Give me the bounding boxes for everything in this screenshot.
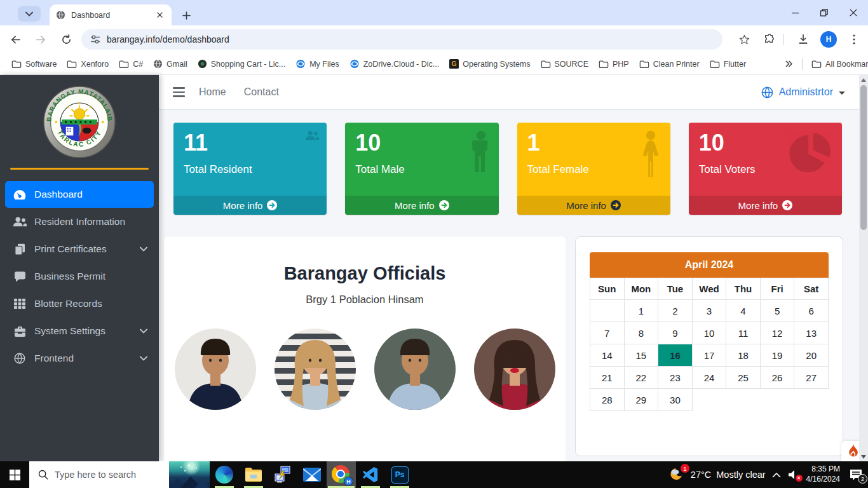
tab-close-icon[interactable] — [154, 10, 165, 20]
taskbar-edge-icon[interactable] — [210, 461, 239, 488]
calendar-day-17[interactable]: 17 — [692, 344, 726, 367]
taskbar-mail-icon[interactable] — [297, 461, 327, 488]
downloads-icon[interactable] — [793, 29, 813, 50]
bookmark-my-files[interactable]: My Files — [290, 57, 344, 71]
sidebar-item-print-certificates[interactable]: Print Certificates — [5, 236, 154, 262]
sidebar-item-system-settings[interactable]: System Settings — [5, 318, 154, 344]
calendar-day-15[interactable]: 15 — [624, 344, 658, 367]
profile-avatar[interactable]: H — [818, 29, 839, 50]
calendar-week-row: 123456 — [590, 300, 829, 322]
window-minimize-button[interactable] — [780, 0, 810, 25]
tab-search-button[interactable] — [18, 6, 41, 22]
bookmark-shopping-cart-lic[interactable]: Shopping Cart - Lic... — [193, 57, 290, 71]
address-bar[interactable]: barangay.info/demo/dashboard — [81, 29, 722, 50]
taskbar-photoshop-icon[interactable]: Ps — [385, 461, 414, 488]
back-button[interactable] — [5, 29, 25, 50]
sidebar-item-resident-information[interactable]: Resident Information — [5, 208, 154, 235]
bookmark-operating-systems[interactable]: GOperating Systems — [444, 57, 535, 71]
calendar-day-24[interactable]: 24 — [692, 367, 726, 389]
scrollbar-thumb[interactable] — [860, 85, 867, 230]
hamburger-menu-icon[interactable] — [173, 87, 185, 97]
bookmark-star-icon[interactable] — [734, 29, 754, 50]
taskbar-chrome-icon[interactable]: H — [327, 461, 356, 488]
calendar-day-13[interactable]: 13 — [794, 322, 829, 344]
calendar-day-5[interactable]: 5 — [760, 300, 794, 322]
calendar-day-3[interactable]: 3 — [692, 300, 726, 322]
calendar-day-21[interactable]: 21 — [590, 367, 625, 389]
sidebar-item-frontend[interactable]: Frontend — [5, 345, 154, 372]
calendar-day-9[interactable]: 9 — [658, 322, 693, 344]
notification-center-icon[interactable]: 2 — [849, 468, 863, 481]
calendar-day-7[interactable]: 7 — [590, 322, 625, 344]
calendar-day-29[interactable]: 29 — [624, 389, 658, 411]
search-input[interactable] — [55, 470, 163, 480]
calendar-day-25[interactable]: 25 — [726, 367, 761, 389]
more-info-link[interactable]: More info — [517, 196, 670, 215]
bookmark-source[interactable]: SOURCE — [536, 57, 593, 71]
new-tab-button[interactable] — [178, 7, 194, 24]
grid-icon — [11, 299, 28, 309]
calendar-day-11[interactable]: 11 — [726, 322, 761, 344]
bookmark-zodrive-cloud-dic[interactable]: ZoDrive.Cloud - Dic... — [344, 57, 444, 71]
sidebar-item-blotter-records[interactable]: Blotter Records — [5, 290, 154, 317]
tray-chevron-up-icon[interactable] — [772, 472, 781, 478]
scroll-down-arrow[interactable] — [859, 452, 868, 461]
calendar-day-28[interactable]: 28 — [590, 389, 625, 411]
calendar-day-6[interactable]: 6 — [794, 300, 829, 322]
more-info-link[interactable]: More info — [345, 196, 498, 215]
browser-tab-dashboard[interactable]: Dashboard — [50, 4, 172, 25]
page-scrollbar[interactable] — [859, 75, 868, 461]
bookmarks-overflow-chevron[interactable] — [780, 58, 798, 70]
user-dropdown[interactable]: Administrtor — [761, 86, 845, 98]
calendar-day-23[interactable]: 23 — [658, 367, 693, 389]
site-settings-icon[interactable] — [90, 34, 100, 44]
calendar-day-16[interactable]: 16 — [658, 344, 693, 367]
calendar-day-27[interactable]: 27 — [794, 367, 829, 389]
calendar-day-12[interactable]: 12 — [760, 322, 794, 344]
calendar-day-8[interactable]: 8 — [624, 322, 658, 344]
volume-muted-icon[interactable]: ✕ — [787, 469, 800, 480]
taskbar-rdp-icon[interactable] — [268, 461, 297, 488]
calendar-day-18[interactable]: 18 — [726, 344, 761, 367]
window-restore-button[interactable] — [810, 0, 839, 25]
calendar-day-4[interactable]: 4 — [726, 300, 761, 322]
calendar-day-30[interactable]: 30 — [658, 389, 693, 411]
bookmark-php[interactable]: PHP — [593, 57, 634, 71]
forward-button[interactable] — [31, 29, 51, 50]
calendar-day-10[interactable]: 10 — [692, 322, 726, 344]
taskbar-weather[interactable]: 1 27°C Mostly clear — [669, 466, 766, 483]
taskbar-file-explorer-icon[interactable] — [239, 461, 268, 488]
menu-dots-icon[interactable] — [844, 29, 864, 50]
nav-link-home[interactable]: Home — [199, 86, 226, 98]
all-bookmarks-button[interactable]: All Bookmarks — [806, 57, 868, 71]
more-info-link[interactable]: More info — [173, 196, 327, 215]
reload-button[interactable] — [56, 29, 76, 50]
calendar-day-2[interactable]: 2 — [658, 300, 693, 322]
bookmark-clean-printer[interactable]: Clean Printer — [634, 57, 705, 71]
scroll-up-arrow[interactable] — [859, 75, 868, 85]
search-promo-image[interactable] — [169, 461, 210, 488]
bookmark-xenforo[interactable]: Xenforo — [62, 57, 114, 71]
calendar-day-20[interactable]: 20 — [794, 344, 829, 367]
bookmark-gmail[interactable]: Gmail — [148, 57, 193, 71]
calendar-day-26[interactable]: 26 — [760, 367, 794, 389]
extensions-icon[interactable] — [759, 29, 780, 50]
calendar-day-1[interactable]: 1 — [624, 300, 658, 322]
bookmark-flutter[interactable]: Flutter — [705, 57, 751, 71]
nav-link-contact[interactable]: Contact — [244, 86, 279, 98]
window-close-button[interactable] — [839, 0, 868, 25]
weather-alert-badge: 1 — [681, 464, 689, 473]
sidebar-item-dashboard[interactable]: Dashboard — [5, 181, 154, 208]
bookmark-c[interactable]: C# — [114, 57, 148, 71]
calendar-day-14[interactable]: 14 — [590, 344, 625, 367]
calendar-blank-cell — [590, 300, 625, 322]
calendar-day-22[interactable]: 22 — [624, 367, 658, 389]
bookmark-software[interactable]: Software — [6, 57, 62, 71]
taskbar-clock[interactable]: 8:35 PM 4/16/2024 — [806, 464, 840, 484]
taskbar-search[interactable] — [29, 461, 210, 488]
more-info-link[interactable]: More info — [689, 196, 842, 215]
start-button[interactable] — [0, 461, 29, 488]
calendar-day-19[interactable]: 19 — [760, 344, 794, 367]
taskbar-vscode-icon[interactable] — [356, 461, 385, 488]
sidebar-item-business-permit[interactable]: Business Permit — [5, 263, 154, 290]
